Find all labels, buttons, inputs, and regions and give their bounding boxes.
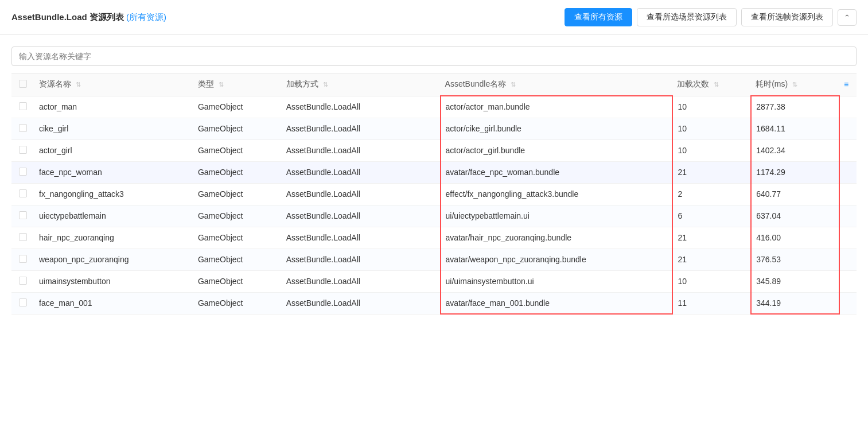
row-extra — [839, 161, 857, 183]
sort-icon-name[interactable]: ⇅ — [76, 81, 81, 88]
row-checkbox[interactable] — [19, 124, 27, 132]
row-load-method: AssetBundle.LoadAll — [282, 139, 441, 161]
btn-all-resources[interactable]: 查看所有资源 — [565, 8, 632, 26]
row-checkbox-cell — [11, 118, 34, 139]
row-checkbox[interactable] — [19, 211, 27, 219]
row-name: actor_man — [34, 96, 193, 118]
row-extra — [839, 118, 857, 139]
row-name: face_npc_woman — [34, 161, 193, 183]
sort-icon-load[interactable]: ⇅ — [323, 81, 328, 88]
table-row: face_man_001 GameObject AssetBundle.Load… — [11, 292, 857, 314]
row-bundle-name: effect/fx_nangongling_attack3.bundle — [441, 183, 673, 205]
main-container: AssetBundle.Load 资源列表 (所有资源) 查看所有资源 查看所选… — [0, 0, 868, 423]
table-row: cike_girl GameObject AssetBundle.LoadAll… — [11, 118, 857, 139]
row-checkbox-cell — [11, 183, 34, 205]
table-row: uimainsystembutton GameObject AssetBundl… — [11, 270, 857, 292]
row-load-method: AssetBundle.LoadAll — [282, 270, 441, 292]
row-checkbox[interactable] — [19, 233, 27, 241]
row-load-method: AssetBundle.LoadAll — [282, 227, 441, 249]
row-load-method: AssetBundle.LoadAll — [282, 249, 441, 270]
row-load-method: AssetBundle.LoadAll — [282, 292, 441, 314]
row-checkbox[interactable] — [19, 189, 27, 197]
row-load-count: 10 — [672, 139, 751, 161]
row-load-method: AssetBundle.LoadAll — [282, 96, 441, 118]
row-type: GameObject — [193, 270, 282, 292]
search-input[interactable] — [11, 46, 857, 66]
row-type: GameObject — [193, 139, 282, 161]
row-load-method: AssetBundle.LoadAll — [282, 183, 441, 205]
row-extra — [839, 292, 857, 314]
filter-icon[interactable]: ≡ — [844, 80, 848, 89]
row-checkbox-cell — [11, 205, 34, 227]
row-checkbox[interactable] — [19, 255, 27, 263]
row-load-count: 21 — [672, 227, 751, 249]
row-extra — [839, 139, 857, 161]
row-name: actor_girl — [34, 139, 193, 161]
th-time: 耗时(ms) ⇅ — [751, 73, 839, 96]
row-type: GameObject — [193, 227, 282, 249]
row-checkbox[interactable] — [19, 168, 27, 176]
row-time: 1684.11 — [751, 118, 839, 139]
row-name: face_man_001 — [34, 292, 193, 314]
row-name: cike_girl — [34, 118, 193, 139]
row-load-method: AssetBundle.LoadAll — [282, 205, 441, 227]
title-text: AssetBundle.Load 资源列表 — [11, 12, 124, 22]
row-load-count: 2 — [672, 183, 751, 205]
collapse-button[interactable]: ⌃ — [838, 9, 857, 26]
th-name: 资源名称 ⇅ — [34, 73, 193, 96]
row-extra — [839, 249, 857, 270]
th-filter: ≡ — [839, 73, 857, 96]
sort-icon-bundle[interactable]: ⇅ — [511, 81, 516, 88]
row-checkbox-cell — [11, 161, 34, 183]
row-bundle-name: actor/actor_man.bundle — [441, 96, 673, 118]
row-checkbox[interactable] — [19, 298, 27, 306]
row-load-count: 21 — [672, 249, 751, 270]
row-extra — [839, 205, 857, 227]
row-load-method: AssetBundle.LoadAll — [282, 161, 441, 183]
row-type: GameObject — [193, 249, 282, 270]
row-time: 1174.29 — [751, 161, 839, 183]
row-time: 640.77 — [751, 183, 839, 205]
th-load-count: 加载次数 ⇅ — [672, 73, 751, 96]
row-bundle-name: avatar/weapon_npc_zuoranqing.bundle — [441, 249, 673, 270]
row-time: 344.19 — [751, 292, 839, 314]
sort-icon-type[interactable]: ⇅ — [219, 81, 224, 88]
row-name: hair_npc_zuoranqing — [34, 227, 193, 249]
row-time: 345.89 — [751, 270, 839, 292]
row-checkbox[interactable] — [19, 102, 27, 110]
row-checkbox-cell — [11, 227, 34, 249]
row-checkbox[interactable] — [19, 146, 27, 154]
th-bundle-name: AssetBundle名称 ⇅ — [441, 73, 673, 96]
btn-scene-resources[interactable]: 查看所选场景资源列表 — [637, 8, 737, 26]
row-load-method: AssetBundle.LoadAll — [282, 118, 441, 139]
th-load-method: 加载方式 ⇅ — [282, 73, 441, 96]
table-row: face_npc_woman GameObject AssetBundle.Lo… — [11, 161, 857, 183]
row-type: GameObject — [193, 161, 282, 183]
row-checkbox[interactable] — [19, 277, 27, 285]
row-type: GameObject — [193, 183, 282, 205]
row-checkbox-cell — [11, 292, 34, 314]
row-bundle-name: avatar/face_man_001.bundle — [441, 292, 673, 314]
table-row: actor_man GameObject AssetBundle.LoadAll… — [11, 96, 857, 118]
row-checkbox-cell — [11, 96, 34, 118]
title-highlight: (所有资源) — [126, 12, 166, 22]
row-type: GameObject — [193, 292, 282, 314]
row-time: 1402.34 — [751, 139, 839, 161]
row-time: 637.04 — [751, 205, 839, 227]
table-wrap: 资源名称 ⇅ 类型 ⇅ 加载方式 ⇅ AssetBundle名称 ⇅ — [0, 73, 868, 315]
table-row: actor_girl GameObject AssetBundle.LoadAl… — [11, 139, 857, 161]
row-time: 2877.38 — [751, 96, 839, 118]
row-type: GameObject — [193, 205, 282, 227]
table-row: hair_npc_zuoranqing GameObject AssetBund… — [11, 227, 857, 249]
row-extra — [839, 96, 857, 118]
btn-frame-resources[interactable]: 查看所选帧资源列表 — [741, 8, 833, 26]
row-time: 416.00 — [751, 227, 839, 249]
sort-icon-time[interactable]: ⇅ — [792, 81, 797, 88]
row-name: fx_nangongling_attack3 — [34, 183, 193, 205]
row-extra — [839, 227, 857, 249]
sort-icon-count[interactable]: ⇅ — [714, 81, 719, 88]
row-load-count: 10 — [672, 270, 751, 292]
table-row: uiectypebattlemain GameObject AssetBundl… — [11, 205, 857, 227]
row-type: GameObject — [193, 96, 282, 118]
row-name: uimainsystembutton — [34, 270, 193, 292]
